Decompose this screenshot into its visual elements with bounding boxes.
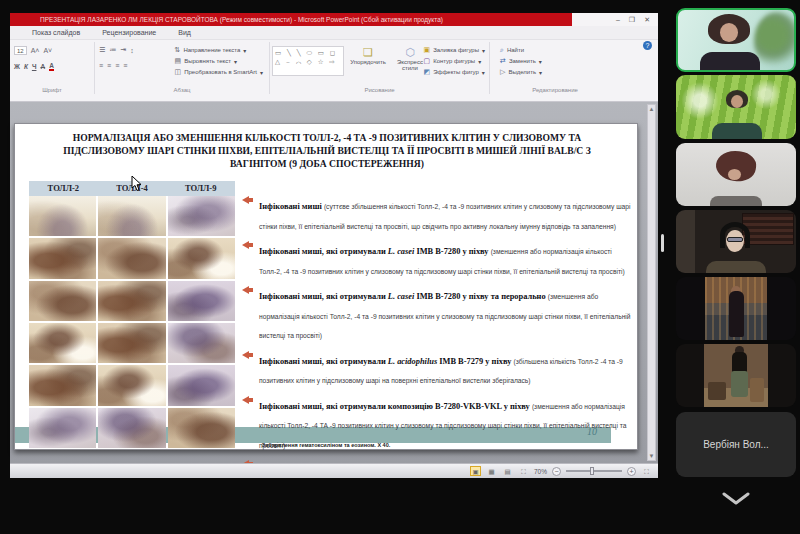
slide-bullet-item: Інфіковані миші, які отримували L. acido… — [259, 349, 631, 388]
scroll-up-icon[interactable]: ▲ — [648, 106, 655, 112]
strikethrough-icon[interactable]: А — [40, 63, 45, 70]
participant-torso — [712, 123, 762, 139]
video-strip-scrollbar[interactable] — [661, 234, 664, 252]
mouse-cursor-icon — [131, 176, 142, 192]
ribbon: ? 12 A˄ A˅ Ж К Ч А A Шрифт ☰ ≔ ⇥ ↕ — [10, 40, 658, 102]
zoom-in-button[interactable]: + — [627, 467, 636, 476]
grow-font-icon[interactable]: A˄ — [31, 47, 40, 54]
participant-torso — [706, 261, 766, 273]
participant-video-4[interactable] — [676, 210, 796, 273]
find-icon: ⌕ — [500, 46, 504, 54]
participant-photo-6[interactable] — [676, 344, 796, 407]
zoom-slider[interactable] — [566, 470, 622, 472]
zoom-out-button[interactable]: − — [552, 467, 561, 476]
shape-outline-icon: ▢ — [424, 57, 431, 65]
group-label-editing: Редактирование — [490, 87, 620, 93]
left-arrow-icon — [242, 351, 249, 359]
collapse-videos-chevron-icon[interactable] — [722, 492, 750, 506]
minimize-button[interactable]: – — [616, 13, 620, 26]
zoom-slider-thumb[interactable] — [590, 467, 594, 475]
histology-image — [98, 365, 165, 405]
histology-image — [168, 323, 235, 363]
plant-decor — [754, 12, 796, 70]
smartart-button[interactable]: ◫Преобразовать в SmartArt ▾ — [175, 68, 263, 76]
replace-button[interactable]: ⇄Заменить ▾ — [500, 57, 542, 65]
text-direction-button[interactable]: ⇅Направление текста ▾ — [175, 46, 263, 54]
shapes-gallery[interactable]: ▭ ╲ ╲ ⬭ ▭ ◻△ ⌣ ⌒ ◇ ☆ ⇨ — [272, 46, 344, 76]
histology-image — [29, 238, 96, 278]
group-label-font: Шрифт — [10, 87, 94, 93]
participant-face — [728, 169, 741, 180]
participant-torso — [732, 352, 747, 372]
find-button[interactable]: ⌕Найти — [500, 46, 542, 54]
participant-name-tile[interactable]: Вербіян Вол... — [676, 412, 796, 477]
align-text-button[interactable]: ▤Выровнять текст ▾ — [175, 57, 263, 65]
text-direction-icon: ⇅ — [175, 46, 181, 54]
shape-effects-button[interactable]: ◩Эффекты фигур ▾ — [424, 68, 485, 76]
participant-video-2[interactable] — [676, 75, 796, 139]
scroll-down-icon[interactable]: ▼ — [648, 453, 655, 459]
participant-figure — [731, 371, 748, 397]
item-lead: Інфіковані миші, які отримували композиц… — [259, 402, 532, 411]
item-lead: Інфіковані миші, які отримували — [259, 247, 388, 256]
align-right-icon[interactable]: ≡ — [115, 62, 119, 69]
group-label-drawing: Рисование — [270, 87, 489, 93]
histology-image-grid — [29, 196, 235, 448]
slide-caption: Забарвлення гематоксиліном та еозином. Х… — [15, 442, 637, 448]
item-species: L. casei — [388, 247, 415, 256]
zoom-level[interactable]: 70% — [534, 468, 547, 475]
select-button[interactable]: ▷Выделить ▾ — [500, 68, 542, 76]
window-title: ПРЕЗЕНТАЦІЯ ЛАЗАРЕНКО ЛМ ЛЕКЦІЯ СТАРОВОЙ… — [10, 13, 572, 26]
arrange-button[interactable]: ❏ Упорядочить — [348, 46, 388, 65]
close-button[interactable]: ✕ — [644, 13, 650, 26]
slide-canvas[interactable]: НОРМАЛІЗАЦІЯ АБО ЗМЕНШЕННЯ КІЛЬКОСТІ ТОЛ… — [14, 123, 638, 450]
tab-slideshow[interactable]: Показ слайдов — [32, 29, 80, 36]
ribbon-group-font: 12 A˄ A˅ Ж К Ч А A Шрифт — [10, 42, 95, 94]
tab-view[interactable]: Вид — [178, 29, 191, 36]
participant-video-3[interactable] — [676, 143, 796, 206]
fit-to-window-button[interactable]: ⛶ — [641, 466, 652, 476]
align-center-icon[interactable]: ≡ — [107, 62, 111, 69]
histology-image — [98, 196, 165, 236]
shape-fill-button[interactable]: ▣Заливка фигуры ▾ — [424, 46, 485, 54]
indent-icon[interactable]: ⇥ — [120, 46, 126, 54]
column-header-toll9: ТОЛЛ-9 — [166, 181, 235, 196]
participant-name: Вербіян Вол... — [703, 439, 769, 450]
item-lead-post: ІМВ В-7279 у піхву — [437, 357, 513, 366]
histology-image — [29, 365, 96, 405]
histology-image — [98, 323, 165, 363]
vertical-scrollbar[interactable]: ▲ ▼ — [647, 104, 656, 461]
item-lead: Інфіковані миші, які отримували — [259, 292, 388, 301]
item-lead: Інфіковані миші — [259, 202, 324, 211]
align-left-icon[interactable]: ≡ — [99, 62, 103, 69]
numbering-icon[interactable]: ≔ — [109, 46, 116, 54]
bold-icon[interactable]: Ж — [14, 63, 20, 70]
participant-video-1[interactable] — [676, 8, 796, 72]
reading-view-button[interactable]: ▤ — [502, 466, 513, 476]
ribbon-group-editing: ⌕Найти ⇄Заменить ▾ ▷Выделить ▾ Редактиро… — [490, 42, 620, 94]
font-size-box[interactable]: 12 — [14, 46, 27, 55]
slide-sorter-button[interactable]: ▦ — [486, 466, 497, 476]
justify-icon[interactable]: ≡ — [123, 62, 127, 69]
bullets-icon[interactable]: ☰ — [99, 46, 105, 54]
glasses-decor — [727, 237, 743, 242]
help-icon[interactable]: ? — [643, 41, 652, 50]
tab-review[interactable]: Рецензирование — [102, 29, 156, 36]
maximize-button[interactable]: ❐ — [629, 13, 635, 26]
participant-photo-5[interactable] — [676, 277, 796, 340]
histology-image — [98, 281, 165, 321]
line-spacing-icon[interactable]: ↕ — [130, 47, 134, 54]
italic-icon[interactable]: К — [24, 63, 28, 70]
font-color-icon[interactable]: A — [49, 62, 54, 71]
shape-outline-button[interactable]: ▢Контур фигуры ▾ — [424, 57, 485, 65]
shrink-font-icon[interactable]: A˅ — [43, 47, 52, 54]
underline-icon[interactable]: Ч — [32, 63, 37, 70]
replace-icon: ⇄ — [500, 57, 506, 65]
group-label-paragraph: Абзац — [95, 87, 269, 93]
normal-view-button[interactable]: ▣ — [470, 466, 481, 476]
slideshow-button[interactable]: ⛶ — [518, 466, 529, 476]
ribbon-tab-bar: Показ слайдов Рецензирование Вид — [10, 26, 658, 40]
item-lead-post: ІМВ В-7280 у піхву та перорально — [414, 292, 547, 301]
left-arrow-icon — [242, 241, 249, 249]
item-lead-post: ІМВ В-7280 у піхву — [414, 247, 490, 256]
